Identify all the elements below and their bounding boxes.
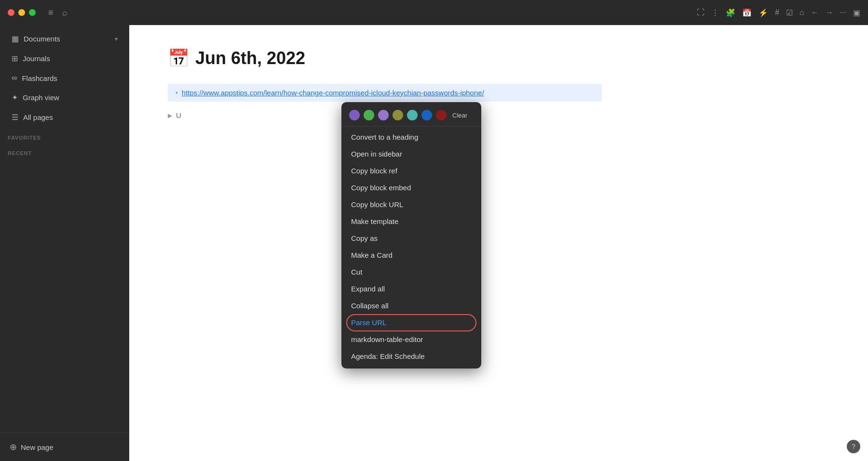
- color-dot-light-purple[interactable]: [378, 110, 389, 120]
- menu-item-copy-block-embed[interactable]: Copy block embed: [341, 179, 481, 196]
- sidebar-item-journals-label: Journals: [23, 54, 50, 63]
- content-area: 📅 Jun 6th, 2022 ● https://www.appstips.c…: [129, 25, 868, 461]
- back-icon[interactable]: ←: [811, 8, 819, 17]
- color-dot-teal[interactable]: [407, 110, 418, 120]
- menu-item-cut[interactable]: Cut: [341, 263, 481, 280]
- titlebar-left: ≡ ⌕: [8, 6, 69, 20]
- graph-view-icon: ✦: [12, 93, 18, 102]
- page-title-text: Jun 6th, 2022: [195, 48, 305, 68]
- color-dot-green[interactable]: [364, 110, 374, 120]
- more-options-icon[interactable]: ⋮: [711, 8, 719, 17]
- menu-item-make-template[interactable]: Make template: [341, 213, 481, 230]
- recent-section-label: RECENT: [0, 146, 129, 158]
- new-page-icon: ⊕: [10, 442, 17, 452]
- sidebar-toggle-icon[interactable]: ▣: [853, 8, 860, 17]
- menu-item-expand-all[interactable]: Expand all: [341, 280, 481, 297]
- sidebar-item-graph-view[interactable]: ✦ Graph view: [4, 88, 125, 107]
- color-dot-purple[interactable]: [349, 110, 360, 120]
- sidebar-bottom: ⊕ New page: [0, 433, 129, 461]
- hash-icon[interactable]: #: [775, 8, 779, 17]
- page-title: 📅 Jun 6th, 2022: [168, 48, 829, 68]
- sidebar-item-flashcards-label: Flashcards: [22, 74, 57, 82]
- more-menu-icon[interactable]: ···: [840, 8, 846, 17]
- url-block: ● https://www.appstips.com/learn/how-cha…: [168, 84, 602, 102]
- titlebar-right: ⛶ ⋮ 🧩 📅 ⚡ # ☑ ⌂ ← → ··· ▣: [697, 8, 860, 17]
- close-button[interactable]: [8, 9, 14, 16]
- fullscreen-icon[interactable]: ⛶: [697, 8, 705, 17]
- titlebar: ≡ ⌕ ⛶ ⋮ 🧩 📅 ⚡ # ☑ ⌂ ← → ··· ▣: [0, 0, 868, 25]
- color-clear-label[interactable]: Clear: [452, 112, 467, 119]
- forward-icon[interactable]: →: [826, 8, 833, 17]
- url-bullet-icon: ●: [176, 91, 178, 95]
- hamburger-icon[interactable]: ≡: [46, 6, 55, 20]
- page-content: 📅 Jun 6th, 2022 ● https://www.appstips.c…: [129, 25, 868, 461]
- documents-chevron-icon: ▾: [115, 36, 118, 42]
- lightning-icon[interactable]: ⚡: [759, 8, 768, 17]
- traffic-lights: [8, 9, 36, 16]
- collapsed-text: U: [176, 111, 181, 119]
- menu-item-agenda-edit-schedule[interactable]: Agenda: Edit Schedule: [341, 348, 481, 365]
- journals-icon: ⊞: [12, 54, 18, 63]
- collapsed-block: ▶ U: [168, 107, 829, 123]
- collapse-arrow-icon: ▶: [168, 112, 172, 119]
- help-button[interactable]: ?: [847, 440, 860, 453]
- menu-item-copy-block-ref[interactable]: Copy block ref: [341, 162, 481, 179]
- main-layout: ▦ Documents ▾ ⊞ Journals ∞ Flashcards ✦ …: [0, 25, 868, 461]
- sidebar-item-journals[interactable]: ⊞ Journals: [4, 49, 125, 68]
- favorites-section-label: FAVORITES: [0, 131, 129, 143]
- menu-item-parse-url[interactable]: Parse URL: [341, 314, 481, 331]
- color-picker-row: Clear: [341, 106, 481, 124]
- sidebar: ▦ Documents ▾ ⊞ Journals ∞ Flashcards ✦ …: [0, 25, 129, 461]
- menu-item-copy-block-url[interactable]: Copy block URL: [341, 196, 481, 213]
- menu-item-convert-heading[interactable]: Convert to a heading: [341, 129, 481, 145]
- home-icon[interactable]: ⌂: [800, 8, 804, 17]
- menu-item-open-sidebar[interactable]: Open in sidebar: [341, 145, 481, 162]
- context-menu: Clear Convert to a heading Open in sideb…: [341, 102, 481, 369]
- sidebar-item-flashcards[interactable]: ∞ Flashcards: [4, 69, 125, 87]
- menu-item-make-card[interactable]: Make a Card: [341, 247, 481, 263]
- minimize-button[interactable]: [18, 9, 25, 16]
- calendar-icon[interactable]: 📅: [742, 8, 752, 17]
- maximize-button[interactable]: [29, 9, 36, 16]
- sidebar-item-graph-view-label: Graph view: [23, 93, 59, 102]
- checkbox-icon[interactable]: ☑: [786, 8, 793, 17]
- sidebar-item-all-pages-label: All pages: [23, 113, 53, 121]
- url-link[interactable]: https://www.appstips.com/learn/how-chang…: [182, 89, 484, 97]
- color-dot-olive[interactable]: [393, 110, 403, 120]
- color-dot-dark-red[interactable]: [436, 110, 447, 120]
- menu-item-copy-as[interactable]: Copy as: [341, 230, 481, 247]
- new-page-button[interactable]: ⊕ New page: [4, 437, 125, 457]
- search-icon[interactable]: ⌕: [60, 6, 69, 20]
- page-title-emoji: 📅: [168, 48, 190, 68]
- all-pages-icon: ☰: [12, 113, 18, 122]
- sidebar-item-documents[interactable]: ▦ Documents ▾: [4, 29, 125, 48]
- flashcards-icon: ∞: [12, 74, 17, 82]
- menu-item-collapse-all[interactable]: Collapse all: [341, 297, 481, 314]
- new-page-label: New page: [21, 443, 54, 451]
- sidebar-item-documents-label: Documents: [24, 35, 60, 43]
- menu-item-markdown-table-editor[interactable]: markdown-table-editor: [341, 331, 481, 348]
- extensions-icon[interactable]: 🧩: [726, 8, 735, 17]
- sidebar-item-all-pages[interactable]: ☰ All pages: [4, 108, 125, 127]
- color-dot-blue[interactable]: [421, 110, 432, 120]
- documents-icon: ▦: [12, 34, 19, 43]
- menu-divider-1: [341, 126, 481, 127]
